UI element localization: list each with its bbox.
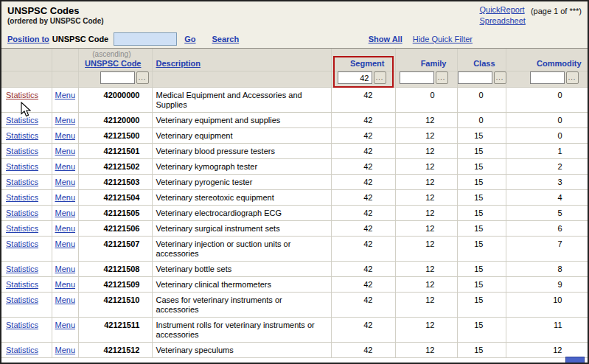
table-row: Statistics Menu 42120000 Veterinary equi… — [1, 112, 588, 127]
column-header-class[interactable]: Class — [473, 59, 495, 68]
menu-link[interactable]: Menu — [55, 193, 76, 202]
segment-cell: 42 — [331, 127, 395, 143]
table-row: Statistics Menu 42121505 Veterinary elec… — [1, 205, 588, 220]
statistics-cell: Statistics — [1, 342, 52, 357]
unspsc-code-cell: 42000000 — [78, 87, 152, 112]
unspsc-code-filter-more-button[interactable]: ... — [136, 71, 149, 84]
statistics-link[interactable]: Statistics — [6, 224, 38, 233]
sort-order-label: (ascending) — [79, 50, 142, 58]
go-button[interactable]: Go — [184, 35, 195, 43]
segment-cell: 42 — [331, 317, 395, 342]
description-cell: Veterinary blood pressure testers — [152, 143, 331, 158]
column-header-segment[interactable]: Segment — [350, 59, 384, 68]
unspsc-code-cell: 42121500 — [78, 127, 152, 143]
table-row: Statistics Menu 42121504 Veterinary ster… — [1, 189, 588, 205]
commodity-filter-input[interactable] — [530, 71, 565, 84]
menu-link[interactable]: Menu — [55, 147, 76, 155]
statistics-link[interactable]: Statistics — [6, 178, 38, 186]
page-indicator: (page 1 of ***) — [531, 5, 582, 15]
toolbar: Position to UNSPSC Code Go Search Show A… — [1, 29, 588, 49]
statistics-column-header — [1, 49, 52, 71]
segment-cell: 42 — [331, 87, 395, 112]
hide-quick-filter-link[interactable]: Hide Quick Filter — [413, 35, 473, 43]
statistics-link[interactable]: Statistics — [6, 91, 38, 99]
segment-filter-more-button[interactable]: ... — [374, 71, 386, 84]
statistics-link[interactable]: Statistics — [6, 280, 38, 289]
statistics-link[interactable]: Statistics — [6, 265, 38, 273]
statistics-link[interactable]: Statistics — [6, 131, 38, 140]
menu-cell: Menu — [52, 174, 78, 189]
family-cell: 12 — [395, 112, 457, 127]
description-cell: Veterinary clinical thermometers — [152, 276, 331, 292]
statistics-link[interactable]: Statistics — [6, 321, 38, 329]
menu-link[interactable]: Menu — [55, 265, 76, 273]
unspsc-code-cell: 42121508 — [78, 261, 152, 276]
menu-link[interactable]: Menu — [55, 209, 76, 217]
commodity-cell: 10 — [506, 292, 588, 317]
menu-link[interactable]: Menu — [55, 131, 76, 140]
statistics-cell: Statistics — [1, 189, 52, 205]
menu-link[interactable]: Menu — [55, 239, 76, 248]
table-row: Statistics Menu 42121511 Instrument roll… — [1, 317, 588, 342]
statistics-filter-cell — [1, 71, 52, 87]
menu-link[interactable]: Menu — [55, 321, 76, 329]
menu-link[interactable]: Menu — [55, 178, 76, 186]
column-header-commodity[interactable]: Commodity — [537, 59, 582, 68]
menu-link[interactable]: Menu — [55, 295, 76, 304]
commodity-filter-more-button[interactable]: ... — [566, 71, 579, 84]
menu-link[interactable]: Menu — [55, 280, 76, 289]
description-cell: Veterinary equipment and supplies — [152, 112, 331, 127]
statistics-link[interactable]: Statistics — [6, 209, 38, 217]
class-cell: 15 — [457, 174, 506, 189]
class-cell: 15 — [457, 127, 506, 143]
class-filter-input[interactable] — [458, 71, 492, 84]
family-filter-more-button[interactable]: ... — [436, 71, 448, 84]
column-header-description[interactable]: Description — [156, 59, 201, 68]
commodity-cell: 5 — [506, 205, 588, 220]
description-column-header: Description — [152, 49, 331, 71]
description-cell: Veterinary kymograph tester — [152, 158, 331, 174]
class-cell: 15 — [457, 261, 506, 276]
menu-link[interactable]: Menu — [55, 91, 76, 99]
menu-link[interactable]: Menu — [55, 224, 76, 233]
description-cell: Cases for veterinary instruments or acce… — [152, 292, 331, 317]
family-filter-cell: ... — [395, 71, 457, 87]
commodity-cell: 4 — [506, 189, 588, 205]
statistics-link[interactable]: Statistics — [6, 295, 38, 304]
description-cell: Veterinary surgical instrument sets — [152, 220, 331, 236]
statistics-link[interactable]: Statistics — [6, 346, 38, 354]
statistics-link[interactable]: Statistics — [6, 239, 38, 248]
class-cell: 15 — [457, 205, 506, 220]
segment-cell: 42 — [331, 292, 395, 317]
commodity-cell: 0 — [506, 112, 588, 127]
segment-cell: 42 — [331, 261, 395, 276]
position-to-input[interactable] — [114, 32, 177, 46]
statistics-link[interactable]: Statistics — [6, 193, 38, 202]
unspsc-code-cell: 42121509 — [78, 276, 152, 292]
unspsc-code-column-header: (ascending) UNSPSC Code — [78, 49, 152, 71]
family-filter-input[interactable] — [400, 71, 434, 84]
mouse-pointer-icon — [20, 102, 32, 119]
spreadsheet-link[interactable]: Spreadsheet — [480, 16, 526, 25]
statistics-link[interactable]: Statistics — [6, 162, 38, 171]
description-filter-cell — [152, 71, 331, 87]
family-cell: 12 — [395, 127, 457, 143]
show-all-link[interactable]: Show All — [369, 35, 402, 43]
quickreport-link[interactable]: QuickReport — [480, 5, 526, 14]
unspsc-code-filter-input[interactable] — [100, 71, 135, 84]
menu-cell: Menu — [52, 127, 78, 143]
position-to-link[interactable]: Position to — [7, 35, 49, 43]
column-header-unspsc-code[interactable]: UNSPSC Code — [85, 59, 141, 68]
statistics-link[interactable]: Statistics — [6, 147, 38, 155]
search-link[interactable]: Search — [212, 35, 240, 43]
segment-filter-input[interactable] — [338, 71, 372, 84]
scrollbar-thumb[interactable] — [565, 357, 585, 364]
header-right: QuickReport Spreadsheet (page 1 of ***) — [480, 5, 582, 29]
menu-link[interactable]: Menu — [55, 162, 76, 171]
unspsc-codes-window: UNSPSC Codes (ordered by UNSPSC Code) Qu… — [0, 0, 589, 364]
statistics-cell: Statistics — [1, 276, 52, 292]
menu-link[interactable]: Menu — [55, 116, 76, 125]
column-header-family[interactable]: Family — [421, 59, 447, 68]
menu-link[interactable]: Menu — [55, 346, 76, 354]
class-filter-more-button[interactable]: ... — [494, 71, 506, 84]
